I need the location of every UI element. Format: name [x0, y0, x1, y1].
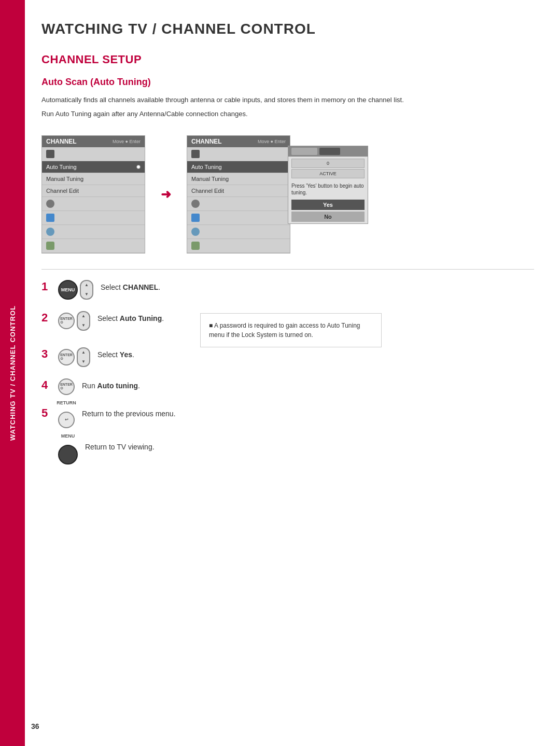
enter-button-3-label: ENTER⊙	[60, 353, 73, 361]
step-last-spacer	[41, 441, 51, 452]
cable-indicator	[319, 148, 340, 155]
nav-button-2[interactable]: ▲ ▼	[77, 311, 90, 331]
tv-menu-2-nav: Move ● Enter	[258, 139, 286, 144]
step-4-number: 4	[41, 379, 51, 391]
list-item	[42, 225, 145, 239]
menu-icon	[46, 200, 54, 208]
note-box: A password is required to gain access to…	[200, 313, 382, 347]
up-arrow-icon: ▲	[81, 314, 86, 318]
step-1-icons: MENU ▲ ▼	[58, 280, 93, 300]
menu-label-last: MENU	[61, 433, 75, 439]
menu-icon	[46, 228, 54, 236]
enter-button[interactable]: ENTER⊙	[58, 313, 75, 329]
step-1-number: 1	[41, 281, 51, 292]
step-4-icons: ENTER⊙	[58, 378, 75, 395]
nav-button-1[interactable]: ▲ ▼	[80, 280, 93, 300]
tv-menu-2-title: CHANNEL	[191, 138, 222, 145]
list-item	[187, 225, 290, 239]
step-3-keyword: Yes	[120, 350, 132, 359]
page-title: WATCHING TV / CHANNEL CONTROL	[41, 21, 534, 37]
channel-edit-label: Channel Edit	[46, 188, 79, 194]
return-button[interactable]: ↩	[58, 412, 75, 428]
menu-button-last[interactable]	[58, 445, 78, 465]
down-arrow-icon: ▼	[81, 323, 86, 328]
screens-area: CHANNEL Move ● Enter Auto Tuning Manual …	[41, 135, 534, 254]
steps-container: 1 MENU ▲ ▼ Select CHANNEL. 2 ENTER⊙	[41, 280, 534, 465]
section-title: CHANNEL SETUP	[41, 53, 534, 66]
step-1-keyword: CHANNEL	[123, 283, 158, 291]
tv-menu-2-header: CHANNEL Move ● Enter	[187, 136, 290, 147]
step-3-number: 3	[41, 348, 51, 360]
sidebar-label: WATCHING TV / CHANNEL CONTROL	[9, 305, 17, 441]
tv-menu-2-items: Auto Tuning Manual Tuning Channel Edit	[187, 147, 290, 253]
subsection-title: Auto Scan (Auto Tuning)	[41, 77, 534, 88]
menu-button-container-last: MENU	[58, 440, 78, 465]
list-item: Channel Edit	[42, 185, 145, 197]
list-item: Channel Edit	[187, 185, 290, 197]
tv-menu-1-title: CHANNEL	[46, 138, 77, 145]
list-item: Auto Tuning	[42, 161, 145, 173]
list-item: Manual Tuning	[187, 173, 290, 185]
arrow-icon: ➜	[161, 187, 171, 202]
popup-options: 0 ACTIVE	[288, 157, 368, 180]
step-3: 3 ENTER⊙ ▲ ▼ Select Yes.	[41, 347, 534, 367]
popup-header	[288, 146, 368, 157]
list-item	[187, 211, 290, 225]
down-arrow-icon: ▼	[81, 360, 86, 364]
sidebar: WATCHING TV / CHANNEL CONTROL	[0, 0, 25, 746]
menu-icon	[191, 228, 200, 236]
step-4-text: Run Auto tuning.	[82, 378, 140, 391]
popup-option: 0	[291, 159, 365, 168]
popup-no-btn[interactable]: No	[291, 212, 365, 222]
list-item: Auto Tuning	[187, 161, 290, 173]
list-item: Manual Tuning	[42, 173, 145, 185]
return-label: RETURN	[57, 400, 76, 405]
step-3-icons: ENTER⊙ ▲ ▼	[58, 347, 90, 367]
menu-icon	[46, 214, 54, 222]
menu-icon	[191, 200, 200, 208]
tv-menu-1-header: CHANNEL Move ● Enter	[42, 136, 145, 147]
popup-prompt: Press 'Yes' button to begin auto tuning.	[288, 180, 368, 198]
return-button-container: RETURN ↩	[58, 406, 75, 428]
list-item	[42, 239, 145, 253]
tv-menu-1: CHANNEL Move ● Enter Auto Tuning Manual …	[41, 135, 145, 254]
popup-option: ACTIVE	[291, 169, 365, 178]
popup-yes-btn[interactable]: Yes	[291, 200, 365, 210]
auto-tuning-label: Auto Tuning	[46, 164, 77, 170]
tv-menu-2-wrapper: CHANNEL Move ● Enter Auto Tuning Manual …	[187, 135, 290, 254]
enter-button-label: ENTER⊙	[60, 317, 73, 325]
page-number: 36	[31, 722, 39, 730]
tv-menu-2: CHANNEL Move ● Enter Auto Tuning Manual …	[187, 135, 290, 254]
menu-icon	[191, 214, 200, 222]
list-item	[187, 197, 290, 211]
auto-tuning-popup: 0 ACTIVE Press 'Yes' button to begin aut…	[288, 146, 368, 224]
section-divider	[41, 269, 534, 270]
tv-menu-1-items: Auto Tuning Manual Tuning Channel Edit	[42, 147, 145, 253]
step-1-text: Select CHANNEL.	[101, 280, 160, 293]
enter-button-4-label: ENTER⊙	[60, 383, 73, 390]
channel-edit-label2: Channel Edit	[191, 188, 224, 194]
step-last-icons: MENU	[58, 440, 78, 465]
up-arrow-icon: ▲	[81, 350, 86, 355]
step-last-text: Return to TV viewing.	[85, 440, 155, 453]
step-2-icons: ENTER⊙ ▲ ▼	[58, 311, 90, 331]
nav-button-3[interactable]: ▲ ▼	[77, 347, 90, 367]
return-icon: ↩	[65, 417, 68, 422]
list-item	[187, 147, 290, 161]
manual-tuning-label2: Manual Tuning	[191, 176, 229, 182]
tv-menu-1-nav: Move ● Enter	[113, 139, 141, 144]
description1: Automatically finds all channels availab…	[41, 95, 508, 106]
antenna-indicator	[291, 148, 317, 155]
enter-button-3[interactable]: ENTER⊙	[58, 349, 75, 365]
menu-icon	[46, 242, 54, 250]
list-item	[42, 211, 145, 225]
enter-button-4[interactable]: ENTER⊙	[58, 378, 75, 395]
step-2-wrapper: 2 ENTER⊙ ▲ ▼ Select Auto Tuning. A passw…	[41, 311, 534, 347]
list-item	[187, 239, 290, 253]
step-1: 1 MENU ▲ ▼ Select CHANNEL.	[41, 280, 534, 300]
auto-tuning-label2: Auto Tuning	[191, 164, 222, 170]
step-2-keyword: Auto Tuning	[120, 314, 162, 322]
description2: Run Auto Tuning again after any Antenna/…	[41, 109, 508, 120]
menu-button[interactable]: MENU	[58, 280, 78, 300]
step-last: MENU Return to TV viewing.	[41, 440, 534, 465]
